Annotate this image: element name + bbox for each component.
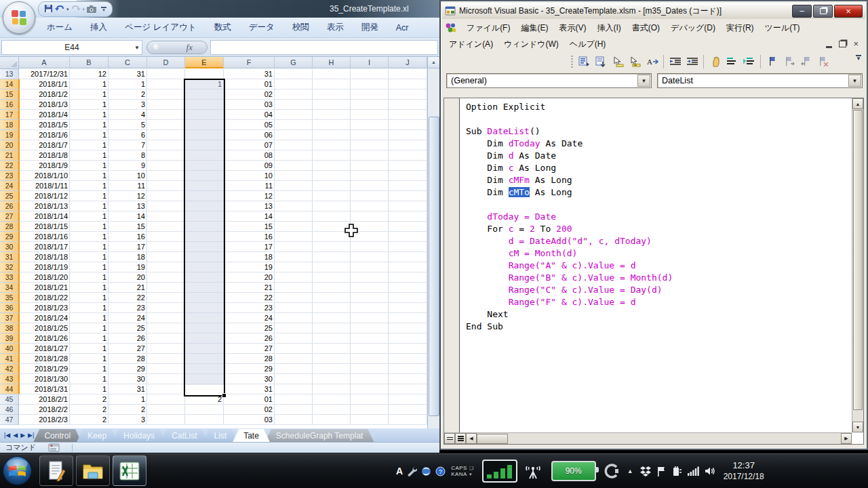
code-line-12[interactable]: d = DateAdd("d", c, dToday) [466, 235, 851, 247]
cell-F45[interactable]: 01 [224, 394, 275, 405]
cell-B16[interactable]: 1 [70, 100, 108, 110]
code-lines[interactable]: Option Explicit Sub DateList() Dim dToda… [460, 101, 851, 432]
cell-B17[interactable]: 1 [70, 110, 108, 120]
code-line-4[interactable]: Dim dToday As Date [466, 138, 851, 150]
cell-B15[interactable]: 1 [70, 89, 108, 100]
dropbox-icon[interactable] [640, 466, 651, 476]
action-center-flag-icon[interactable] [656, 466, 666, 476]
undo-icon[interactable] [55, 3, 64, 16]
code-line-6[interactable]: Dim c As Long [466, 162, 851, 174]
cell-F14[interactable]: 01 [224, 79, 275, 89]
cell-B22[interactable]: 1 [70, 161, 108, 171]
cell-B19[interactable]: 1 [70, 130, 108, 140]
sheet-tab-schedulegraph-templat[interactable]: ScheduleGraph Templat [265, 429, 374, 442]
cell-B14[interactable]: 1 [70, 79, 108, 89]
next-bookmark-icon[interactable] [781, 54, 797, 69]
cell-A42[interactable]: 2018/1/29 [19, 364, 70, 374]
cell-F34[interactable]: 21 [224, 283, 275, 293]
row-header-16[interactable]: 16 [0, 100, 20, 110]
undo-dropdown-icon[interactable]: ▾ [66, 7, 69, 12]
cell-B36[interactable]: 1 [70, 303, 108, 313]
cell-B34[interactable]: 1 [70, 283, 108, 293]
caps-kana-indicator[interactable]: CAPS❏ KANA▾ [451, 465, 474, 477]
cell-B18[interactable]: 1 [70, 120, 108, 130]
cell-C22[interactable]: 9 [108, 161, 147, 171]
vba-menu-row1-4[interactable]: 挿入(I) [591, 20, 626, 36]
cell-C19[interactable]: 6 [108, 130, 147, 140]
power-plug-icon[interactable] [671, 466, 682, 476]
close-button[interactable]: × [834, 5, 863, 18]
child-close-icon[interactable]: × [853, 40, 859, 48]
quick-info-icon[interactable] [610, 54, 626, 69]
cell-C13[interactable]: 31 [108, 69, 147, 79]
cell-F43[interactable]: 30 [224, 374, 275, 384]
vba-titlebar[interactable]: Microsoft Visual Basic - 35_CreateTempla… [442, 3, 865, 19]
last-sheet-icon[interactable]: ▶| [28, 432, 34, 439]
cell-C17[interactable]: 4 [108, 110, 147, 120]
cell-F47[interactable]: 03 [224, 415, 275, 425]
cell-B43[interactable]: 1 [70, 374, 108, 384]
cell-C14[interactable]: 1 [108, 79, 147, 89]
sheet-tab-control[interactable]: Control [33, 429, 81, 442]
vba-menu-row1-2[interactable]: 編集(E) [515, 20, 553, 36]
uncomment-block-icon[interactable] [741, 54, 757, 69]
row-header-25[interactable]: 25 [0, 191, 20, 201]
cell-A43[interactable]: 2018/1/30 [19, 374, 70, 384]
cell-F41[interactable]: 28 [224, 354, 275, 364]
cell-A24[interactable]: 2018/1/11 [19, 181, 70, 191]
cell-C39[interactable]: 26 [108, 333, 147, 344]
cell-F24[interactable]: 11 [224, 181, 275, 191]
cell-F29[interactable]: 16 [224, 232, 275, 242]
cell-F38[interactable]: 25 [224, 323, 275, 333]
vba-menu-row2-1[interactable]: アドイン(A) [443, 37, 498, 52]
cell-C27[interactable]: 14 [108, 211, 147, 222]
code-line-18[interactable]: Next [466, 308, 851, 321]
cell-B40[interactable]: 1 [70, 344, 108, 354]
cell-C23[interactable]: 10 [108, 171, 147, 181]
cell-B27[interactable]: 1 [70, 211, 108, 222]
cell-A26[interactable]: 2018/1/13 [19, 201, 70, 211]
cell-B42[interactable]: 1 [70, 364, 108, 374]
help-icon[interactable]: ? [435, 466, 446, 476]
sheet-tab-catlist[interactable]: CatList [161, 429, 208, 442]
row-header-24[interactable]: 24 [0, 181, 20, 191]
row-header-39[interactable]: 39 [0, 333, 20, 344]
taskbar-notepad-button[interactable] [39, 455, 73, 486]
column-header-D[interactable]: D [147, 57, 185, 68]
vba-menu-row1-6[interactable]: デバッグ(D) [665, 20, 721, 36]
column-header-E[interactable]: E [185, 57, 224, 68]
cell-B13[interactable]: 12 [70, 69, 108, 79]
cell-C47[interactable]: 3 [108, 415, 147, 425]
ribbon-tab-1[interactable]: ホーム [38, 22, 81, 33]
cell-C42[interactable]: 29 [108, 364, 147, 374]
cell-B24[interactable]: 1 [70, 181, 108, 191]
row-header-33[interactable]: 33 [0, 272, 20, 283]
cell-A16[interactable]: 2018/1/3 [19, 100, 70, 110]
cell-B29[interactable]: 1 [70, 232, 108, 242]
next-sheet-icon[interactable]: ▶ [20, 432, 25, 439]
row-header-41[interactable]: 41 [0, 354, 20, 364]
cell-F21[interactable]: 08 [224, 150, 275, 161]
selection-range-e14-e44[interactable] [184, 79, 225, 396]
cell-C37[interactable]: 24 [108, 313, 147, 323]
object-combo[interactable]: (General) ▼ [446, 73, 652, 88]
cell-A44[interactable]: 2018/1/31 [19, 384, 70, 394]
minimize-button[interactable]: – [792, 5, 812, 18]
taskbar-excel-button[interactable] [113, 455, 146, 486]
list-properties-icon[interactable] [576, 54, 592, 69]
vba-menu-row1-3[interactable]: 表示(V) [553, 20, 591, 36]
cell-A22[interactable]: 2018/1/9 [19, 161, 70, 171]
cell-C21[interactable]: 8 [108, 150, 147, 161]
row-header-18[interactable]: 18 [0, 120, 20, 130]
row-header-32[interactable]: 32 [0, 262, 20, 272]
cell-B37[interactable]: 1 [70, 313, 108, 323]
cell-C46[interactable]: 2 [108, 405, 147, 415]
code-line-8[interactable]: Dim cMTo As Long [466, 186, 851, 199]
cell-B32[interactable]: 1 [70, 262, 108, 272]
toolbar-overflow-icon[interactable]: ▼ [856, 55, 861, 60]
cell-F18[interactable]: 05 [224, 120, 275, 130]
cell-C40[interactable]: 27 [108, 344, 147, 354]
cell-B25[interactable]: 1 [70, 191, 108, 201]
sheet-tab-list[interactable]: List [203, 429, 237, 442]
cell-A30[interactable]: 2018/1/17 [19, 242, 70, 252]
